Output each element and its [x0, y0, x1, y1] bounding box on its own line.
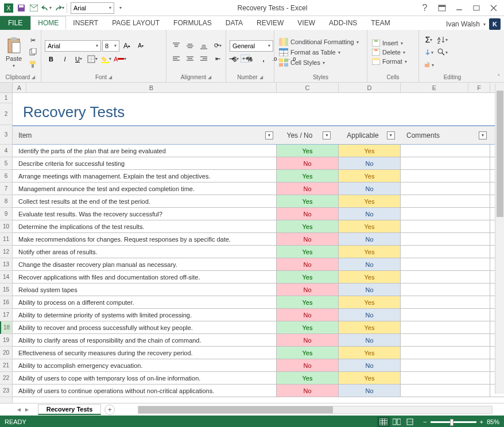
cell-yesno[interactable]: Yes	[277, 246, 339, 258]
cell-comments[interactable]	[401, 195, 490, 207]
cell-yesno[interactable]: No	[277, 359, 339, 371]
table-row[interactable]: Determine the implications of the test r…	[13, 220, 504, 233]
cell-yesno[interactable]: No	[277, 385, 339, 397]
clear-icon[interactable]: ▾	[422, 59, 435, 71]
cell-comments[interactable]	[401, 334, 490, 346]
comma-format-icon[interactable]: ,	[257, 53, 270, 65]
tab-insert[interactable]: INSERT	[66, 16, 105, 30]
cell-applicable[interactable]: No	[339, 359, 401, 371]
find-select-icon[interactable]: ▾	[436, 46, 449, 58]
row-header-16[interactable]: 16	[0, 296, 12, 309]
row-header-9[interactable]: 9	[0, 208, 12, 220]
email-icon[interactable]	[28, 2, 40, 14]
row-header-12[interactable]: 12	[0, 246, 12, 258]
row-header-22[interactable]: 22	[0, 372, 12, 385]
cell-applicable[interactable]: No	[339, 258, 401, 270]
tab-data[interactable]: DATA	[219, 16, 250, 30]
cell-comments[interactable]	[401, 309, 490, 321]
cell-yesno[interactable]: Yes	[277, 170, 339, 182]
font-name-combo[interactable]: Arial▾	[45, 40, 101, 52]
cell-applicable[interactable]: Yes	[339, 195, 401, 207]
cut-icon[interactable]: ✂	[26, 34, 39, 46]
row-header-15[interactable]: 15	[0, 284, 12, 296]
redo-icon[interactable]: ▾	[53, 2, 65, 14]
cell-item[interactable]: Ability to accomplish emergency evacuati…	[13, 359, 277, 371]
signed-in-user[interactable]: Ivan Walsh	[446, 20, 480, 28]
table-row[interactable]: Evaluate test results. Was the recovery …	[13, 208, 504, 220]
cell-item[interactable]: Ability to process on a different comput…	[13, 296, 277, 308]
cell-item[interactable]: Arrange meetings with management. Explai…	[13, 170, 277, 182]
table-row[interactable]: Ability to determine priority of systems…	[13, 309, 504, 321]
row-header-13[interactable]: 13	[0, 258, 12, 271]
column-header-d[interactable]: D	[339, 83, 401, 92]
sort-filter-icon[interactable]: AZ▾	[436, 34, 449, 45]
cell-applicable[interactable]: Yes	[339, 347, 401, 359]
align-bottom-icon[interactable]	[197, 40, 210, 52]
table-row[interactable]: Effectiveness of security measures durin…	[13, 347, 504, 359]
cell-yesno[interactable]: No	[277, 183, 339, 195]
cell-yesno[interactable]: No	[277, 309, 339, 321]
cell-yesno[interactable]: Yes	[277, 145, 339, 157]
qat-customize-icon[interactable]: ▾	[114, 2, 127, 14]
align-top-icon[interactable]	[170, 40, 183, 52]
sheet-nav-prev-icon[interactable]: ◄	[16, 406, 22, 413]
accounting-format-icon[interactable]: $▾	[230, 53, 242, 65]
sheet-tab-recovery-tests[interactable]: Recovery Tests	[38, 404, 102, 415]
cell-comments[interactable]	[401, 183, 490, 195]
cell-item[interactable]: Identify the parts of the plan that are …	[13, 145, 277, 157]
align-right-icon[interactable]	[197, 53, 210, 65]
table-row[interactable]: Change the disaster recovery plan manual…	[13, 258, 504, 271]
cell-yesno[interactable]: Yes	[277, 220, 339, 232]
zoom-slider-thumb[interactable]	[450, 419, 453, 426]
cell-item[interactable]: Notify other areas of results.	[13, 246, 277, 258]
tab-home[interactable]: HOME	[30, 16, 66, 30]
table-row[interactable]: Identify the parts of the plan that are …	[13, 145, 504, 157]
row-header-4[interactable]: 4	[0, 145, 12, 157]
cell-applicable[interactable]: Yes	[339, 145, 401, 157]
cell-item[interactable]: Ability to recover and process successfu…	[13, 321, 277, 333]
cell-yesno[interactable]: Yes	[277, 296, 339, 308]
tab-view[interactable]: VIEW	[290, 16, 322, 30]
horizontal-scroll-thumb[interactable]	[138, 406, 333, 413]
cell-item[interactable]: Effectiveness of security measures durin…	[13, 347, 277, 359]
close-icon[interactable]	[487, 2, 501, 14]
increase-font-icon[interactable]: A▴	[121, 40, 133, 52]
cell-yesno[interactable]: Yes	[277, 372, 339, 384]
table-row[interactable]: Management announce the test and expecte…	[13, 183, 504, 195]
cell-applicable[interactable]: No	[339, 208, 401, 220]
cell-comments[interactable]	[401, 258, 490, 270]
cell-yesno[interactable]: Yes	[277, 271, 339, 283]
tab-add-ins[interactable]: ADD-INS	[322, 16, 364, 30]
table-row[interactable]: Ability to accomplish emergency evacuati…	[13, 359, 504, 372]
tab-team[interactable]: TEAM	[364, 16, 397, 30]
number-format-combo[interactable]: General▾	[230, 40, 273, 52]
page-layout-view-icon[interactable]	[390, 417, 403, 427]
row-header-5[interactable]: 5	[0, 157, 12, 170]
table-row[interactable]: Notify other areas of results.YesYes	[13, 246, 504, 258]
cell-applicable[interactable]: No	[339, 309, 401, 321]
table-row[interactable]: Ability to clarify areas of responsibili…	[13, 334, 504, 347]
font-dialog-launcher[interactable]: ◢	[108, 75, 112, 80]
normal-view-icon[interactable]	[377, 417, 390, 427]
cell-yesno[interactable]: No	[277, 258, 339, 270]
cell-yesno[interactable]: No	[277, 284, 339, 296]
tab-file[interactable]: FILE	[0, 16, 30, 30]
select-all-corner[interactable]	[0, 83, 13, 92]
orientation-icon[interactable]: ⟳▾	[211, 40, 224, 52]
zoom-slider[interactable]	[431, 421, 476, 423]
column-header-c[interactable]: C	[277, 83, 339, 92]
decrease-font-icon[interactable]: A▾	[134, 40, 147, 52]
tab-review[interactable]: REVIEW	[250, 16, 290, 30]
undo-icon[interactable]: ▾	[40, 2, 53, 14]
collapse-ribbon-icon[interactable]: ˄	[497, 73, 501, 81]
row-header-3[interactable]: 3	[0, 125, 12, 145]
delete-cells-button[interactable]: Delete▾	[371, 48, 408, 56]
row-header-23[interactable]: 23	[0, 385, 12, 397]
align-center-icon[interactable]	[184, 53, 196, 65]
cell-comments[interactable]	[401, 359, 490, 371]
cell-comments[interactable]	[401, 284, 490, 296]
cell-yesno[interactable]: No	[277, 334, 339, 346]
row-header-10[interactable]: 10	[0, 220, 12, 233]
user-avatar[interactable]: K	[489, 18, 501, 30]
zoom-out-icon[interactable]: −	[423, 418, 427, 425]
